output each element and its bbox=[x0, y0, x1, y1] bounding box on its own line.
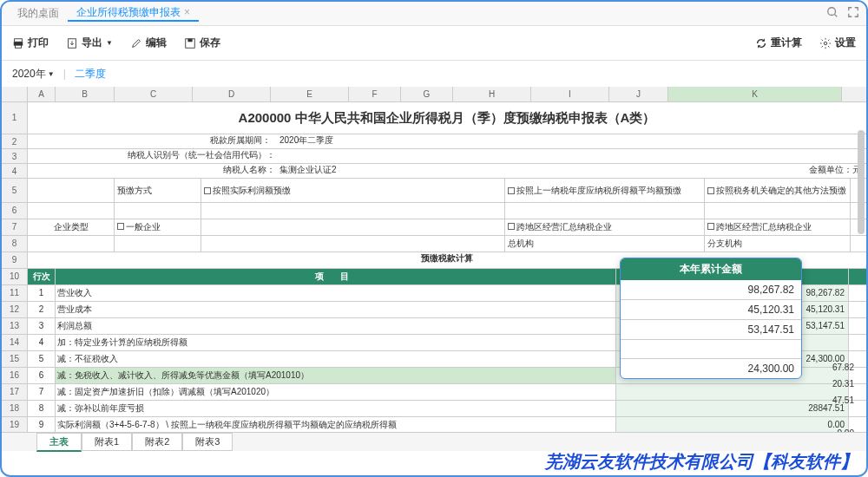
row-number: 1 bbox=[28, 285, 56, 301]
row-number: 5 bbox=[28, 351, 56, 367]
row-number: 4 bbox=[28, 335, 56, 350]
toolbar: 打印 导出▼ 编辑 保存 重计算 设置 bbox=[2, 26, 866, 61]
scrollbar-vertical[interactable] bbox=[858, 130, 865, 234]
row-item: 营业成本 bbox=[56, 302, 616, 317]
row-value[interactable]: 0.00 bbox=[616, 417, 849, 432]
row-item: 营业收入 bbox=[56, 285, 616, 301]
checkbox-icon bbox=[117, 223, 124, 230]
row-value[interactable]: 28847.51 bbox=[616, 401, 849, 416]
row-value[interactable] bbox=[616, 384, 849, 400]
row-item: 减：免税收入、减计收入、所得减免等优惠金额（填写A201010） bbox=[56, 368, 616, 383]
chevron-down-icon: ▼ bbox=[106, 39, 113, 47]
sheet-tab-3[interactable]: 附表3 bbox=[182, 433, 233, 451]
watermark: 芜湖云友软件技术有限公司【科友软件】 bbox=[545, 450, 858, 474]
popup-value[interactable] bbox=[621, 340, 801, 359]
svg-rect-7 bbox=[187, 38, 192, 42]
svg-point-0 bbox=[828, 8, 836, 16]
tab-bar: 我的桌面 企业所得税预缴申报表× bbox=[2, 2, 866, 26]
form-title: A200000 中华人民共和国企业所得税月（季）度预缴纳税申报表（A类） bbox=[28, 102, 866, 134]
checkbox-icon bbox=[204, 187, 211, 194]
export-button[interactable]: 导出▼ bbox=[66, 36, 113, 50]
table-row[interactable]: 188减：弥补以前年度亏损28847.51 bbox=[2, 401, 866, 417]
unit-label: 金额单位：元 bbox=[809, 164, 861, 176]
print-button[interactable]: 打印 bbox=[12, 36, 49, 50]
row-item: 减：不征税收入 bbox=[56, 351, 616, 367]
row-number: 3 bbox=[28, 318, 56, 334]
popup-header: 本年累计金额 bbox=[621, 258, 801, 280]
popup-value[interactable]: 53,147.51 bbox=[621, 320, 801, 340]
taxpayer-name-value: 集测企业认证2 bbox=[279, 164, 337, 176]
recalc-button[interactable]: 重计算 bbox=[755, 36, 802, 50]
chevron-down-icon: ▼ bbox=[48, 70, 55, 78]
sheet-tab-main[interactable]: 主表 bbox=[36, 433, 82, 452]
popup-value[interactable]: 24,300.00 bbox=[621, 359, 801, 378]
sheet-tab-2[interactable]: 附表2 bbox=[132, 433, 182, 451]
row-item: 加：特定业务计算的应纳税所得额 bbox=[56, 335, 616, 350]
period-value: 2020年二季度 bbox=[279, 134, 333, 147]
amount-popup: 本年累计金额 98,267.82 45,120.31 53,147.51 24,… bbox=[620, 258, 802, 379]
edit-button[interactable]: 编辑 bbox=[130, 36, 167, 50]
row-number: 7 bbox=[28, 384, 56, 400]
search-icon[interactable] bbox=[826, 6, 838, 21]
settings-button[interactable]: 设置 bbox=[819, 36, 856, 50]
checkbox-icon bbox=[508, 187, 515, 194]
column-headers: A B C D E F G H I J K bbox=[2, 87, 866, 102]
row-number: 8 bbox=[28, 401, 56, 416]
partial-values-behind: 67.8220.3147.510.00 bbox=[832, 359, 854, 441]
quarter-selector[interactable]: 二季度 bbox=[75, 67, 106, 82]
svg-rect-2 bbox=[15, 38, 23, 42]
taxpayer-id-label: 纳税人识别号（统一社会信用代码）： bbox=[128, 149, 275, 161]
year-selector[interactable]: 2020年 ▼ bbox=[12, 67, 55, 82]
row-number: 6 bbox=[28, 368, 56, 383]
row-item: 利润总额 bbox=[56, 318, 616, 334]
sheet-tabs: 主表 附表1 附表2 附表3 bbox=[2, 432, 866, 451]
tab-active[interactable]: 企业所得税预缴申报表× bbox=[68, 5, 199, 22]
svg-line-1 bbox=[835, 15, 838, 17]
popup-value[interactable]: 45,120.31 bbox=[621, 300, 801, 320]
row-number: 9 bbox=[28, 417, 56, 432]
row-item: 减：固定资产加速折旧（扣除）调减额（填写A201020） bbox=[56, 384, 616, 400]
checkbox-icon bbox=[707, 187, 714, 194]
close-icon[interactable]: × bbox=[184, 6, 190, 18]
checkbox-icon bbox=[707, 223, 714, 230]
filter-bar: 2020年 ▼ | 二季度 bbox=[2, 61, 866, 87]
period-label: 税款所属期间： bbox=[210, 134, 271, 147]
save-button[interactable]: 保存 bbox=[184, 36, 220, 50]
fullscreen-icon[interactable] bbox=[847, 6, 859, 21]
taxpayer-name-label: 纳税人名称： bbox=[223, 164, 275, 176]
svg-point-8 bbox=[824, 42, 827, 45]
popup-value[interactable]: 98,267.82 bbox=[621, 280, 801, 300]
tab-desktop[interactable]: 我的桌面 bbox=[9, 6, 68, 21]
sheet-tab-1[interactable]: 附表1 bbox=[82, 433, 132, 451]
table-row[interactable]: 177减：固定资产加速折旧（扣除）调减额（填写A201020） bbox=[2, 384, 866, 401]
table-row[interactable]: 199实际利润额（3+4-5-6-7-8） \ 按照上一纳税年度应纳税所得额平均… bbox=[2, 417, 866, 432]
row-number: 2 bbox=[28, 302, 56, 317]
row-item: 减：弥补以前年度亏损 bbox=[56, 401, 616, 416]
row-item: 实际利润额（3+4-5-6-7-8） \ 按照上一纳税年度应纳税所得额平均额确定… bbox=[56, 417, 616, 432]
checkbox-icon bbox=[508, 223, 515, 230]
